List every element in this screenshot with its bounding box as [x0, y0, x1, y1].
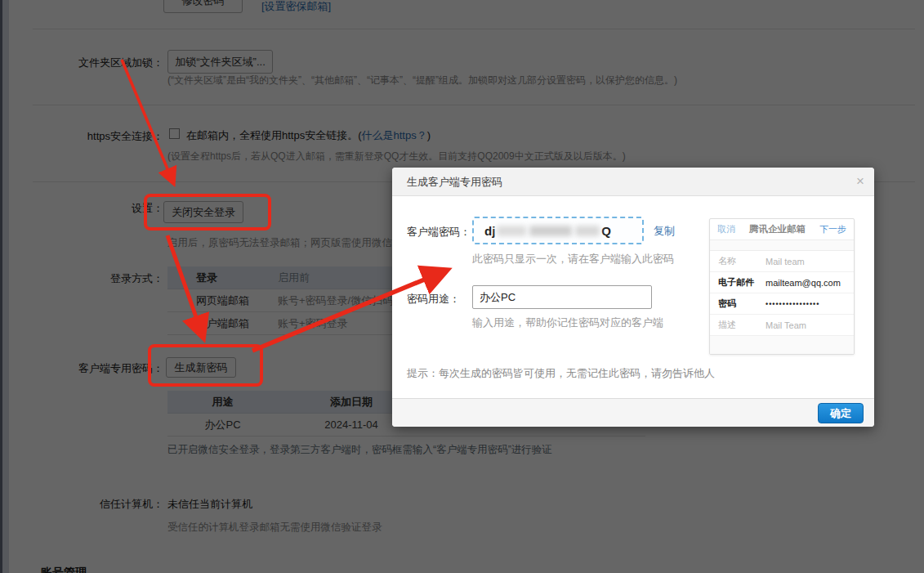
- dialog-title: 生成客户端专用密码: [407, 168, 502, 196]
- preview-next-label: 下一步: [819, 223, 846, 235]
- generate-client-password-dialog: 生成客户端专用密码 × 客户端密码： dj Q 复制 此密码只显示一次，请在客户…: [392, 168, 874, 427]
- preview-field-label: 电子邮件: [718, 276, 766, 289]
- preview-row-password: 密码 ••••••••••••••••: [710, 293, 854, 315]
- password-redaction-blur: [529, 226, 572, 236]
- dialog-footer: 确定: [392, 398, 874, 427]
- screen: 修改密码 [设置密保邮箱] 文件夹区域加锁： 加锁“文件夹区域”... (“文件…: [0, 0, 924, 573]
- mail-client-preview: 取消 腾讯企业邮箱 下一步 名称 Mail team 电子邮件 mailteam…: [709, 218, 855, 355]
- password-redaction-blur: [575, 226, 600, 236]
- dialog-header: 生成客户端专用密码 ×: [392, 168, 874, 196]
- purpose-hint: 输入用途，帮助你记住密码对应的客户端: [472, 316, 663, 330]
- preview-field-value: mailteam@qq.com: [766, 278, 841, 288]
- close-icon[interactable]: ×: [856, 174, 864, 189]
- preview-field-label: 密码: [718, 298, 766, 310]
- password-redaction-blur: [497, 226, 526, 236]
- preview-field-value: Mail Team: [766, 320, 806, 330]
- preview-row-email: 电子邮件 mailteam@qq.com: [710, 272, 854, 293]
- preview-title: 腾讯企业邮箱: [749, 223, 806, 235]
- copy-password-link[interactable]: 复制: [654, 224, 675, 239]
- password-prefix: dj: [484, 224, 495, 238]
- preview-password-dots: ••••••••••••••••: [766, 300, 819, 308]
- preview-bottom-area: [710, 336, 854, 354]
- generated-password-box[interactable]: dj Q: [472, 217, 644, 244]
- password-once-hint: 此密码只显示一次，请在客户端输入此密码: [472, 252, 674, 266]
- password-suffix: Q: [601, 224, 611, 238]
- preview-row-name: 名称 Mail team: [710, 251, 854, 272]
- client-password-field-label: 客户端密码：: [407, 225, 471, 239]
- preview-field-value: Mail team: [766, 257, 805, 266]
- confirm-button[interactable]: 确定: [818, 403, 864, 423]
- preview-navbar: 取消 腾讯企业邮箱 下一步: [710, 219, 854, 240]
- purpose-field-label: 密码用途：: [407, 292, 460, 307]
- preview-row-description: 描述 Mail Team: [710, 315, 854, 336]
- preview-field-label: 名称: [718, 255, 766, 267]
- preview-field-label: 描述: [718, 319, 766, 331]
- preview-spacer: [710, 240, 854, 251]
- dialog-tip-text: 提示：每次生成的密码皆可使用，无需记住此密码，请勿告诉他人: [407, 366, 715, 381]
- preview-cancel-label: 取消: [717, 223, 735, 235]
- purpose-input[interactable]: [472, 285, 652, 309]
